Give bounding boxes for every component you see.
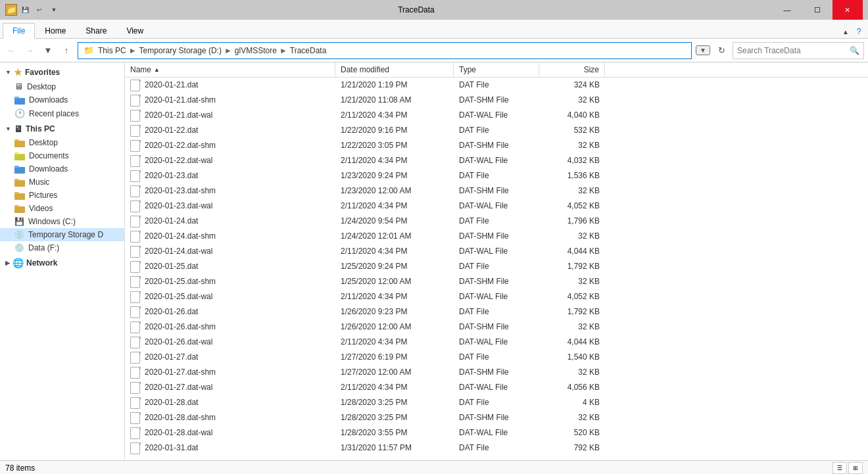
path-thispc[interactable]: This PC <box>98 46 126 55</box>
downloads-fav-icon <box>14 95 25 105</box>
sidebar-item-windowsc[interactable]: 💾 Windows (C:) <box>0 215 124 228</box>
file-cell-type: DAT-SHM File <box>454 230 539 242</box>
table-row[interactable]: 2020-01-28.dat 1/28/2020 3:25 PM DAT Fil… <box>125 395 868 410</box>
sidebar-item-pictures[interactable]: Pictures <box>0 189 124 202</box>
tab-view[interactable]: View <box>116 23 153 38</box>
table-row[interactable]: 2020-01-26.dat-wal 2/11/2020 4:34 PM DAT… <box>125 335 868 350</box>
up-button[interactable]: ↑ <box>59 43 74 58</box>
file-cell-date: 2/11/2020 4:34 PM <box>335 154 454 166</box>
file-cell-name: 2020-01-27.dat <box>125 350 335 364</box>
search-input[interactable] <box>737 46 850 55</box>
table-row[interactable]: 2020-01-24.dat-wal 2/11/2020 4:34 PM DAT… <box>125 244 868 259</box>
search-box[interactable]: 🔍 <box>733 42 864 59</box>
table-row[interactable]: 2020-01-25.dat 1/25/2020 9:24 PM DAT Fil… <box>125 259 868 274</box>
path-tempstorage[interactable]: Temporary Storage (D:) <box>139 46 222 55</box>
table-row[interactable]: 2020-01-21.dat-shm 1/21/2020 11:08 AM DA… <box>125 93 868 108</box>
table-row[interactable]: 2020-01-22.dat-wal 2/11/2020 4:34 PM DAT… <box>125 153 868 168</box>
sidebar-item-recentplaces[interactable]: 🕐 Recent places <box>0 107 124 120</box>
network-icon: 🌐 <box>12 258 24 268</box>
address-dropdown-button[interactable]: ▼ <box>696 45 710 55</box>
network-header[interactable]: ▶ 🌐 Network <box>0 256 124 270</box>
file-icon <box>130 337 141 347</box>
network-label: Network <box>26 258 57 268</box>
items-count: 78 items <box>5 463 35 473</box>
save-button[interactable]: 💾 <box>18 3 32 16</box>
tab-share[interactable]: Share <box>76 23 116 38</box>
sidebar-item-tempstorage[interactable]: 💿 Temporary Storage D <box>0 228 124 241</box>
table-row[interactable]: 2020-01-22.dat 1/22/2020 9:16 PM DAT Fil… <box>125 123 868 138</box>
desktop-pc-icon <box>14 138 25 147</box>
file-cell-size: 1,796 KB <box>539 215 605 227</box>
file-cell-type: DAT File <box>454 170 539 181</box>
sidebar-item-downloads-fav[interactable]: Downloads <box>0 93 124 107</box>
sidebar-item-dataf[interactable]: 💿 Data (F:) <box>0 241 124 254</box>
tab-home[interactable]: Home <box>35 23 76 38</box>
col-header-name[interactable]: Name <box>125 62 335 77</box>
help-button[interactable]: ? <box>852 25 865 38</box>
col-header-date[interactable]: Date modified <box>335 62 454 77</box>
col-header-type[interactable]: Type <box>454 62 539 77</box>
favorites-header[interactable]: ▼ ★ Favorites <box>0 65 124 80</box>
table-row[interactable]: 2020-01-28.dat-shm 1/28/2020 3:25 PM DAT… <box>125 410 868 425</box>
maximize-button[interactable]: ☐ <box>802 0 832 20</box>
col-header-size[interactable]: Size <box>539 62 605 77</box>
file-icon <box>130 367 141 377</box>
file-cell-type: DAT-SHM File <box>454 139 539 151</box>
ribbon-minimize-button[interactable]: ▲ <box>839 25 852 38</box>
close-button[interactable]: ✕ <box>832 0 863 20</box>
path-tracedata[interactable]: TraceData <box>290 46 327 55</box>
back-button[interactable]: ← <box>4 43 18 58</box>
table-row[interactable]: 2020-01-26.dat 1/26/2020 9:23 PM DAT Fil… <box>125 304 868 320</box>
file-icon <box>130 170 141 181</box>
sidebar-item-desktop-fav[interactable]: 🖥 Desktop <box>0 80 124 93</box>
folder-icon-path: 📁 <box>84 45 94 55</box>
sidebar-item-videos[interactable]: Videos <box>0 202 124 215</box>
table-row[interactable]: 2020-01-23.dat-wal 2/11/2020 4:34 PM DAT… <box>125 199 868 214</box>
recent-button[interactable]: ▼ <box>41 43 55 58</box>
table-row[interactable]: 2020-01-27.dat-wal 2/11/2020 4:34 PM DAT… <box>125 380 868 395</box>
table-row[interactable]: 2020-01-24.dat 1/24/2020 9:54 PM DAT Fil… <box>125 214 868 229</box>
file-cell-type: DAT-WAL File <box>454 381 539 393</box>
path-glvmsstore[interactable]: glVMSStore <box>235 46 277 55</box>
table-row[interactable]: 2020-01-23.dat-shm 1/23/2020 12:00 AM DA… <box>125 183 868 199</box>
address-bar: ← → ▼ ↑ 📁 This PC ► Temporary Storage (D… <box>0 39 868 62</box>
table-row[interactable]: 2020-01-25.dat-wal 2/11/2020 4:34 PM DAT… <box>125 289 868 304</box>
table-row[interactable]: 2020-01-23.dat 1/23/2020 9:24 PM DAT Fil… <box>125 168 868 183</box>
dropdown-arrow[interactable]: ▼ <box>47 3 60 16</box>
file-cell-size: 520 KB <box>539 427 605 438</box>
thispc-header[interactable]: ▼ 🖥 This PC <box>0 122 124 136</box>
table-row[interactable]: 2020-01-27.dat-shm 1/27/2020 12:00 AM DA… <box>125 365 868 380</box>
file-cell-name: 2020-01-24.dat <box>125 214 335 227</box>
table-row[interactable]: 2020-01-28.dat-wal 1/28/2020 3:55 PM DAT… <box>125 425 868 440</box>
file-cell-type: DAT File <box>454 442 539 454</box>
forward-button[interactable]: → <box>22 43 37 58</box>
file-cell-name: 2020-01-26.dat <box>125 305 335 318</box>
tab-file[interactable]: File <box>3 23 35 39</box>
sidebar-item-documents[interactable]: Documents <box>0 149 124 162</box>
file-icon <box>130 155 141 166</box>
search-icon[interactable]: 🔍 <box>850 46 859 55</box>
file-icon <box>130 216 141 226</box>
table-row[interactable]: 2020-01-25.dat-shm 1/25/2020 12:00 AM DA… <box>125 274 868 289</box>
file-icon <box>130 321 141 332</box>
table-row[interactable]: 2020-01-21.dat 1/21/2020 1:19 PM DAT Fil… <box>125 78 868 93</box>
sidebar-item-downloads-pc[interactable]: Downloads <box>0 162 124 176</box>
undo-button[interactable]: ↩ <box>33 3 46 16</box>
refresh-button[interactable]: ↻ <box>714 43 729 58</box>
details-view-button[interactable]: ☰ <box>832 462 847 474</box>
minimize-button[interactable]: — <box>772 0 802 20</box>
table-row[interactable]: 2020-01-31.dat 1/31/2020 11:57 PM DAT Fi… <box>125 440 868 456</box>
desktop-fav-icon: 🖥 <box>14 82 23 91</box>
file-cell-size: 4,032 KB <box>539 154 605 166</box>
table-row[interactable]: 2020-01-27.dat 1/27/2020 6:19 PM DAT Fil… <box>125 350 868 365</box>
table-row[interactable]: 2020-01-22.dat-shm 1/22/2020 3:05 PM DAT… <box>125 138 868 153</box>
sidebar-item-desktop-pc[interactable]: Desktop <box>0 136 124 149</box>
sidebar-item-music[interactable]: Music <box>0 176 124 189</box>
table-row[interactable]: 2020-01-24.dat-shm 1/24/2020 12:01 AM DA… <box>125 229 868 244</box>
table-row[interactable]: 2020-01-21.dat-wal 2/11/2020 4:34 PM DAT… <box>125 108 868 123</box>
address-path[interactable]: 📁 This PC ► Temporary Storage (D:) ► glV… <box>78 42 692 59</box>
table-row[interactable]: 2020-01-26.dat-shm 1/26/2020 12:00 AM DA… <box>125 320 868 335</box>
drive-c-icon: 💾 <box>14 217 24 226</box>
file-cell-type: DAT-WAL File <box>454 109 539 121</box>
large-icon-view-button[interactable]: ⊞ <box>848 462 863 474</box>
